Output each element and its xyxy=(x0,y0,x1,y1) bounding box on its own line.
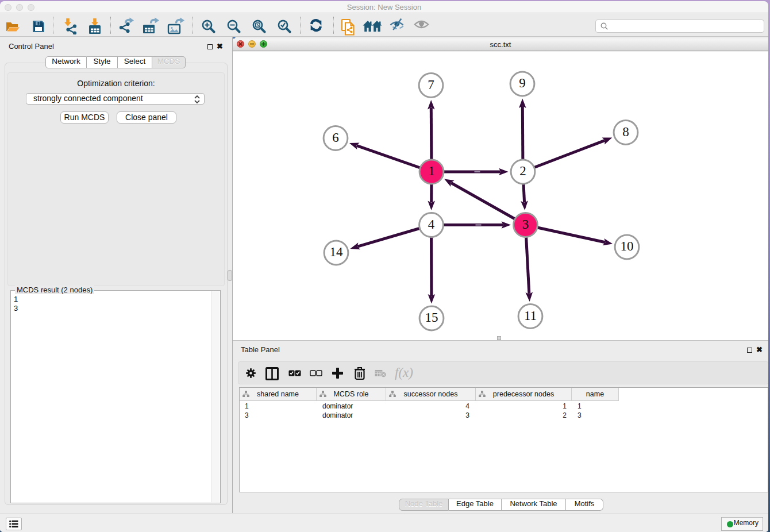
svg-text:9: 9 xyxy=(519,76,526,90)
svg-text:7: 7 xyxy=(428,78,434,92)
svg-text:4: 4 xyxy=(428,217,435,232)
svg-text:10: 10 xyxy=(621,239,634,253)
svg-text:3: 3 xyxy=(522,217,529,232)
svg-text:15: 15 xyxy=(425,310,438,325)
svg-text:11: 11 xyxy=(524,309,537,323)
svg-text:14: 14 xyxy=(330,245,344,259)
svg-text:1: 1 xyxy=(428,164,435,178)
svg-text:8: 8 xyxy=(622,125,629,139)
svg-text:2: 2 xyxy=(519,164,526,178)
svg-text:6: 6 xyxy=(332,130,339,145)
